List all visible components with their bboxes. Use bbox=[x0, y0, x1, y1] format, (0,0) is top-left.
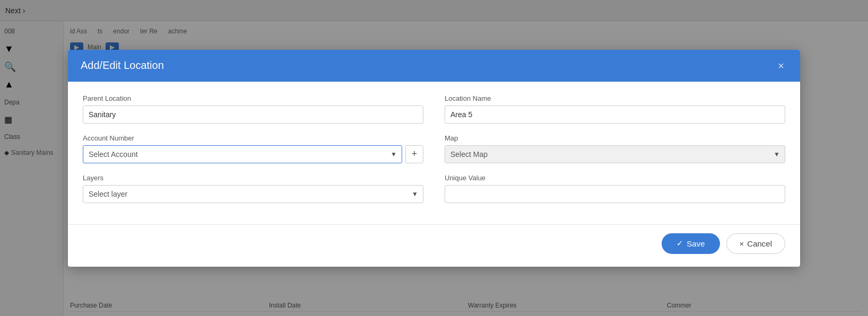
unique-value-input[interactable] bbox=[445, 185, 785, 203]
account-number-label: Account Number bbox=[83, 134, 423, 142]
map-select-wrapper: Select Map ▼ bbox=[445, 145, 785, 163]
modal-header: Add/Edit Location × bbox=[68, 50, 800, 82]
parent-location-label: Parent Location bbox=[83, 94, 423, 102]
account-select-wrapper: Select Account ▼ bbox=[83, 145, 402, 163]
modal-title: Add/Edit Location bbox=[81, 59, 164, 72]
modal-body: Parent Location Location Name Account Nu… bbox=[68, 82, 800, 214]
modal-divider bbox=[68, 224, 800, 225]
save-button[interactable]: ✓ Save bbox=[662, 233, 719, 254]
map-select[interactable]: Select Map bbox=[445, 145, 785, 163]
parent-location-input[interactable] bbox=[83, 106, 423, 124]
layers-label: Layers bbox=[83, 174, 423, 182]
unique-value-field: Unique Value bbox=[445, 174, 785, 203]
location-name-field: Location Name bbox=[445, 94, 785, 124]
add-edit-location-modal: Add/Edit Location × Parent Location Loca… bbox=[68, 50, 800, 267]
cancel-x-icon: × bbox=[740, 239, 744, 248]
modal-backdrop: Add/Edit Location × Parent Location Loca… bbox=[0, 0, 868, 316]
account-number-field: Account Number Select Account ▼ + bbox=[83, 134, 423, 163]
location-name-input[interactable] bbox=[445, 106, 785, 124]
save-check-icon: ✓ bbox=[676, 239, 683, 248]
unique-value-label: Unique Value bbox=[445, 174, 785, 182]
parent-location-field: Parent Location bbox=[83, 94, 423, 124]
cancel-button[interactable]: × Cancel bbox=[726, 233, 785, 254]
cancel-label: Cancel bbox=[747, 239, 772, 248]
map-label: Map bbox=[445, 134, 785, 142]
map-field: Map Select Map ▼ bbox=[445, 134, 785, 163]
layers-field: Layers Select layer ▼ bbox=[83, 174, 423, 203]
account-number-select[interactable]: Select Account bbox=[83, 145, 402, 163]
layers-select-wrapper: Select layer ▼ bbox=[83, 185, 423, 203]
save-label: Save bbox=[687, 239, 705, 248]
modal-close-button[interactable]: × bbox=[775, 59, 787, 72]
form-grid: Parent Location Location Name Account Nu… bbox=[83, 94, 785, 203]
layers-select[interactable]: Select layer bbox=[83, 185, 423, 203]
add-account-button[interactable]: + bbox=[405, 145, 423, 163]
location-name-label: Location Name bbox=[445, 94, 785, 102]
account-number-row: Select Account ▼ + bbox=[83, 145, 423, 163]
modal-footer: ✓ Save × Cancel bbox=[68, 233, 800, 267]
